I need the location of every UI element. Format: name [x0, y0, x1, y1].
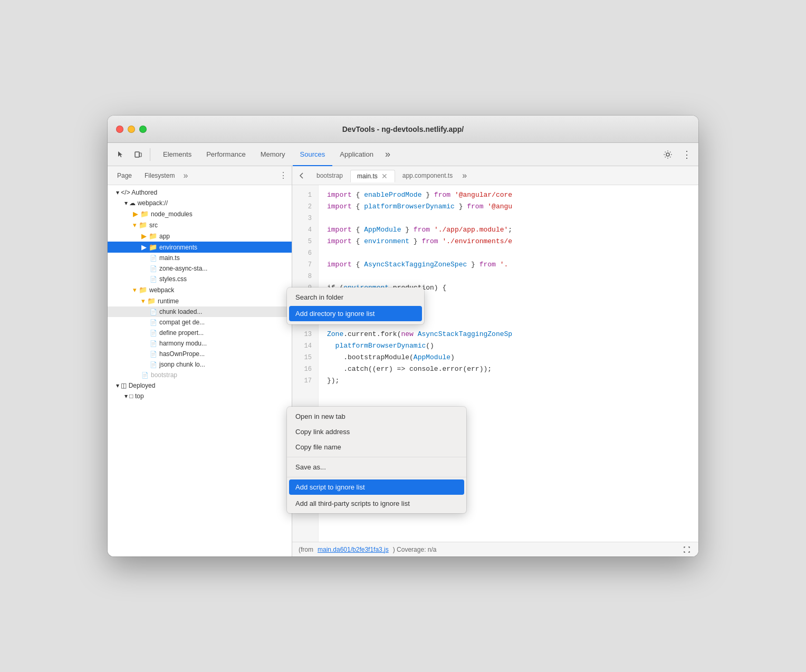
tree-item-styles-css[interactable]: 📄 styles.css — [108, 274, 292, 284]
tree-item-authored[interactable]: ▾ </> Authored — [108, 187, 292, 198]
device-icon — [134, 150, 142, 159]
file-zone-icon: 📄 — [150, 265, 157, 272]
code-line-5: import { environment } from './environme… — [327, 236, 698, 247]
context-menu-open-new-tab[interactable]: Open in new tab — [287, 409, 466, 424]
tab-application[interactable]: Application — [332, 143, 381, 166]
folder-closed-icon: ▶ — [133, 210, 138, 218]
context-menu-add-directory-ignore[interactable]: Add directory to ignore list — [289, 306, 422, 321]
toolbar-right: ⋮ — [660, 147, 694, 162]
tree-item-chunk-loaded[interactable]: 📄 chunk loaded... — [108, 306, 292, 317]
context-menu-search-in-folder[interactable]: Search in folder — [287, 290, 424, 305]
folder-open-arrow-icon: ▾ — [133, 221, 137, 229]
editor-tab-bootstrap[interactable]: bootstrap — [310, 170, 349, 181]
left-panel: Page Filesystem » ⋮ ▾ </> Authored ▾ ☁ w… — [108, 166, 292, 556]
close-button[interactable] — [116, 126, 123, 133]
tree-item-webpack[interactable]: ▾ ☁ webpack:// — [108, 198, 292, 208]
tab-sources[interactable]: Sources — [293, 143, 333, 166]
file-define-icon: 📄 — [150, 330, 157, 337]
file-compat-icon: 📄 — [150, 319, 157, 326]
tree-item-node-modules[interactable]: ▶ 📁 node_modules — [108, 208, 292, 219]
tab-elements[interactable]: Elements — [156, 143, 199, 166]
main-content: Page Filesystem » ⋮ ▾ </> Authored ▾ ☁ w… — [108, 166, 698, 556]
tree-item-harmony-module[interactable]: 📄 harmony modu... — [108, 338, 292, 349]
context-menu-copy-filename[interactable]: Copy file name — [287, 439, 466, 455]
context-menu-copy-link[interactable]: Copy link address — [287, 424, 466, 439]
folder-runtime-icon: 📁 — [147, 297, 156, 305]
folder-runtime-arrow-icon: ▾ — [141, 297, 145, 305]
tree-item-bootstrap[interactable]: 📄 bootstrap — [108, 370, 292, 380]
titlebar: DevTools - ng-devtools.netlify.app/ — [108, 116, 698, 143]
tree-item-webpack-folder[interactable]: ▾ 📁 webpack — [108, 284, 292, 295]
file-tree: ▾ </> Authored ▾ ☁ webpack:// ▶ 📁 node_m… — [108, 185, 292, 556]
editor-tab-main-ts[interactable]: main.ts ✕ — [350, 170, 395, 183]
tree-item-top[interactable]: ▾ □ top — [108, 391, 292, 401]
code-line-1: import { enableProdMode } from '@angular… — [327, 189, 698, 201]
more-tabs-button[interactable]: » — [381, 149, 395, 160]
device-toolbar-button[interactable] — [130, 146, 147, 163]
code-line-2: import { platformBrowserDynamic } from '… — [327, 201, 698, 213]
status-text-prefix: (from — [299, 546, 313, 553]
code-line-4: import { AppModule } from './app/app.mod… — [327, 224, 698, 236]
editor-tab-app-component[interactable]: app.component.ts — [396, 170, 459, 181]
tree-item-main-ts[interactable]: 📄 main.ts — [108, 253, 292, 263]
tree-item-deployed[interactable]: ▾ ◫ Deployed — [108, 380, 292, 391]
panel-more-tabs[interactable]: » — [183, 171, 188, 180]
panel-tab-page[interactable]: Page — [112, 170, 137, 181]
close-main-ts-button[interactable]: ✕ — [381, 172, 388, 180]
folder-app-arrow-icon: ▶ — [141, 232, 147, 240]
editor-more-tabs-button[interactable]: » — [462, 171, 467, 180]
maximize-button[interactable] — [139, 126, 147, 133]
tree-item-define-property[interactable]: 📄 define propert... — [108, 328, 292, 338]
svg-point-2 — [666, 153, 669, 156]
toolbar-separator — [150, 148, 150, 161]
code-line-15: .bootstrapModule(AppModule) — [327, 352, 698, 363]
svg-rect-0 — [135, 152, 139, 157]
status-link[interactable]: main.da601/b2fe3f1fa3.js — [318, 546, 389, 553]
customize-button[interactable]: ⋮ — [679, 147, 694, 162]
tree-item-zone-async[interactable]: 📄 zone-async-sta... — [108, 263, 292, 274]
panel-menu-button[interactable]: ⋮ — [279, 170, 287, 180]
navigator-back-button[interactable] — [294, 168, 309, 183]
file-bootstrap-icon: 📄 — [141, 372, 149, 379]
tree-item-jsonp-chunk[interactable]: 📄 jsonp chunk lo... — [108, 359, 292, 370]
context-menu-top: Search in folder Add directory to ignore… — [287, 287, 424, 324]
code-line-17: }); — [327, 375, 698, 387]
cursor-icon — [116, 150, 124, 159]
folder-webpack-icon: 📁 — [139, 286, 147, 294]
tree-item-has-own-prop[interactable]: 📄 hasOwnPrope... — [108, 349, 292, 359]
tab-memory[interactable]: Memory — [253, 143, 293, 166]
context-menu-save-as[interactable]: Save as... — [287, 459, 466, 475]
panel-tab-filesystem[interactable]: Filesystem — [139, 170, 180, 181]
back-nav-icon — [298, 172, 305, 179]
file-jsonp-icon: 📄 — [150, 361, 157, 368]
tree-item-runtime[interactable]: ▾ 📁 runtime — [108, 295, 292, 306]
folder-app-icon: 📁 — [149, 232, 157, 240]
settings-button[interactable] — [660, 147, 675, 162]
tree-item-environments[interactable]: ▶ 📁 environments — [108, 242, 292, 253]
tree-item-app[interactable]: ▶ 📁 app — [108, 231, 292, 242]
select-tool-button[interactable] — [112, 146, 129, 163]
status-expand-button[interactable] — [682, 544, 692, 555]
panel-header: Page Filesystem » ⋮ — [108, 166, 292, 185]
file-chunk-icon: 📄 — [150, 309, 157, 315]
tree-item-compat-get[interactable]: 📄 compat get de... — [108, 317, 292, 328]
context-menu-divider-2 — [287, 477, 466, 477]
folder-env-arrow-icon: ▶ — [141, 243, 147, 251]
minimize-button[interactable] — [128, 126, 135, 133]
tab-performance[interactable]: Performance — [199, 143, 253, 166]
folder-env-icon: 📁 — [149, 243, 157, 251]
code-line-14: platformBrowserDynamic() — [327, 340, 698, 352]
file-css-icon: 📄 — [150, 276, 157, 283]
status-text-suffix: ) Coverage: n/a — [393, 546, 437, 553]
file-hasown-icon: 📄 — [150, 351, 157, 358]
toolbar-tabs: Elements Performance Memory Sources Appl… — [156, 143, 659, 166]
context-menu-add-script-ignore[interactable]: Add script to ignore list — [289, 479, 464, 495]
code-line-7: import { AsyncStackTaggingZoneSpec } fro… — [327, 259, 698, 271]
gear-icon — [663, 150, 673, 159]
file-ts-icon: 📄 — [150, 255, 157, 262]
tree-item-src[interactable]: ▾ 📁 src — [108, 219, 292, 231]
context-menu-add-all-third-party[interactable]: Add all third-party scripts to ignore li… — [287, 496, 466, 511]
status-bar: (from main.da601/b2fe3f1fa3.js ) Coverag… — [292, 542, 698, 556]
expand-icon — [683, 546, 690, 553]
code-line-8 — [327, 271, 698, 282]
